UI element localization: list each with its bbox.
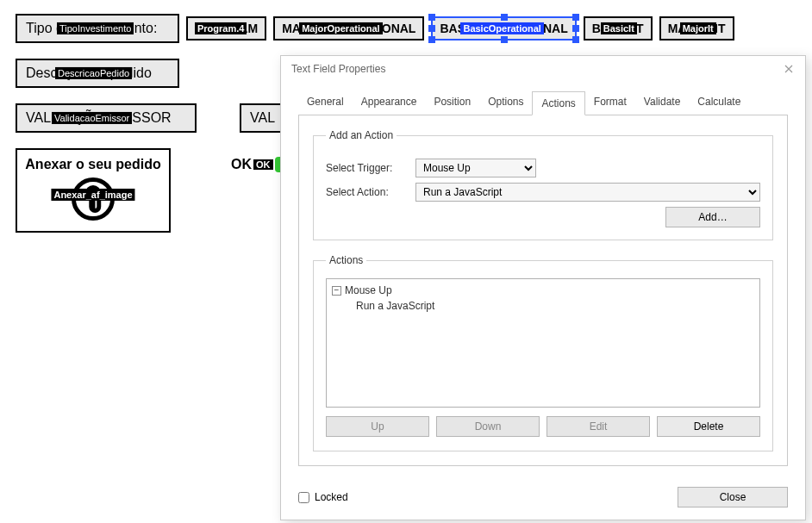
field-major-operational[interactable]: MAJOR OPERATIONAL MajorOperational [273,16,424,40]
tab-position[interactable]: Position [425,90,479,115]
tabstrip: General Appearance Position Options Acti… [298,90,788,115]
field-descricao-pedido[interactable]: Descrição do pedido DescricaoPedido [16,59,179,88]
add-button[interactable]: Add… [665,207,760,227]
field-tag-overlay: ValidacaoEmissor [52,112,132,124]
field-basic-it[interactable]: BASIC IT BasicIt [584,16,653,40]
field-tag-overlay: BasicIt [601,22,637,34]
field-basic-operational-selected[interactable]: BASIC OPERATIONAL BasicOperational [431,16,576,40]
delete-button[interactable]: Delete [657,416,760,437]
ok-tag: OK [253,159,273,170]
field-tag-overlay: MajorIt [680,22,716,34]
field-program[interactable]: PROGRAM Program.4 [186,16,266,40]
select-action[interactable]: Run a JavaScript [415,183,760,202]
locked-checkbox[interactable] [298,492,309,503]
dialog-title: Text Field Properties [291,63,385,75]
actions-tree[interactable]: − Mouse Up Run a JavaScript [326,278,760,408]
edit-button[interactable]: Edit [547,416,650,437]
add-action-group: Add an Action Select Trigger: Mouse Up S… [313,129,773,240]
tab-actions[interactable]: Actions [532,91,584,115]
field-tag-overlay: BasicOperational [460,22,543,34]
dialog-titlebar[interactable]: Text Field Properties [281,56,805,82]
text-field-properties-dialog: Text Field Properties General Appearance… [280,55,806,520]
tab-validate[interactable]: Validate [635,90,689,115]
down-button[interactable]: Down [436,416,540,437]
tab-general[interactable]: General [298,90,353,115]
field-tag-overlay: MajorOperational [299,22,382,34]
close-button[interactable]: Close [678,487,788,507]
locked-label: Locked [315,491,348,503]
tree-child-label: Run a JavaScript [356,300,434,312]
tree-child-row[interactable]: Run a JavaScript [332,298,754,314]
close-icon[interactable] [778,59,800,78]
field-major-it[interactable]: MAJOR IT MajorIt [659,16,734,40]
expander-icon[interactable]: − [332,286,341,296]
select-trigger-label: Select Trigger: [326,162,409,174]
field-text: VAL [250,110,275,125]
tab-page-actions: Add an Action Select Trigger: Mouse Up S… [298,115,788,466]
group-legend: Actions [326,254,366,266]
tree-root-row[interactable]: − Mouse Up [332,283,754,298]
field-tag-overlay: DescricaoPedido [55,67,132,79]
actions-group: Actions − Mouse Up Run a JavaScript Up D… [313,254,773,451]
tree-root-label: Mouse Up [345,284,392,296]
select-action-label: Select Action: [326,186,409,198]
tab-appearance[interactable]: Appearance [353,90,426,115]
field-tipo-investimento-label[interactable]: Tipo de Investimento: TipoInvestimento [16,14,179,43]
locked-checkbox-wrap[interactable]: Locked [298,491,348,503]
field-tag-overlay: TipoInvestimento [57,22,134,34]
tab-format[interactable]: Format [585,90,635,115]
ok-text: OK [231,157,252,172]
tab-calculate[interactable]: Calculate [689,90,749,115]
attach-box[interactable]: Anexar o seu pedido Anexar_af_image [16,148,171,233]
tab-options[interactable]: Options [479,90,532,115]
select-trigger[interactable]: Mouse Up [415,159,536,177]
field-tag-overlay: Anexar_af_image [51,189,134,201]
group-legend: Add an Action [326,129,397,141]
up-button[interactable]: Up [326,416,429,437]
field-validacao-emissor[interactable]: VALIDAÇÃO EMISSOR ValidacaoEmissor [16,103,197,133]
field-tag-overlay: Program.4 [195,22,247,34]
attach-label: Anexar o seu pedido [22,157,164,172]
